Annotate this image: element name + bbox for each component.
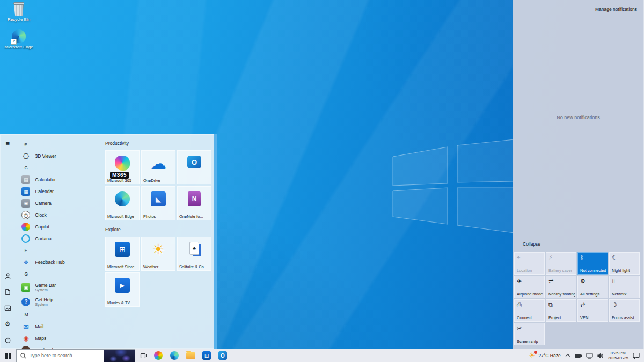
network-icon: ⌗ <box>612 278 637 284</box>
tile-microsoft-store[interactable]: Microsoft Store <box>105 237 140 271</box>
taskbar-clock[interactable]: 8:25 PM 2025-01-25 <box>608 351 628 361</box>
app-list-item-3d-viewer[interactable]: 3D Viewer <box>17 150 101 162</box>
app-list-item-feedback-hub[interactable]: Feedback Hub <box>17 256 101 268</box>
outlook-icon <box>218 351 227 360</box>
app-list-item-mail[interactable]: Mail <box>17 321 101 333</box>
start-menu-scrollbar[interactable] <box>214 134 217 349</box>
volume-icon[interactable] <box>597 353 604 359</box>
app-list-item-cortana[interactable]: Cortana <box>17 233 101 245</box>
quick-action-airplane-mode[interactable]: ✈Airplane mode <box>514 276 545 298</box>
tile-microsoft-365[interactable]: M365Microsoft 365 <box>105 150 140 184</box>
gear-icon: ⚙ <box>580 278 605 284</box>
battery-icon[interactable] <box>575 353 582 358</box>
tile-photos[interactable]: Photos <box>141 186 175 220</box>
tile-label: Weather <box>143 264 174 269</box>
taskbar-app-file-explorer[interactable] <box>182 349 199 362</box>
quick-action-vpn[interactable]: ⇄VPN <box>577 299 608 322</box>
app-list-item-maps[interactable]: Maps <box>17 333 101 344</box>
rail-button-power[interactable] <box>3 336 12 344</box>
tile-movies-tv[interactable]: Movies & TV <box>105 272 140 307</box>
quick-action-project[interactable]: ⧉Project <box>546 299 576 322</box>
quick-action-label: Screen snip <box>517 339 543 344</box>
app-list-item-copilot[interactable]: Copilot <box>17 221 101 233</box>
battery-saver-icon: ⚡ <box>548 254 574 261</box>
taskbar-search[interactable] <box>16 349 135 362</box>
quick-action-label: Location <box>517 268 543 273</box>
app-list-item-get-help[interactable]: Get HelpSystem <box>17 294 101 309</box>
file-explorer-icon <box>186 352 195 359</box>
tile-group-title-productivity[interactable]: Productivity <box>105 141 211 150</box>
tile-label: OneDrive <box>143 178 174 183</box>
app-sublabel: System <box>35 302 53 306</box>
collapse-link[interactable]: Collapse <box>523 241 640 247</box>
app-list-item-media-player[interactable]: Media Player <box>17 344 101 349</box>
rail-button-documents[interactable] <box>3 287 12 296</box>
tile-weather[interactable]: Weather <box>141 237 175 271</box>
manage-notifications-link[interactable]: Manage notifications <box>595 6 637 12</box>
camera-icon <box>21 199 30 208</box>
action-center-icon[interactable] <box>633 352 640 359</box>
quick-action-all-settings[interactable]: ⚙All settings <box>577 276 608 298</box>
desktop-icon-recycle-bin[interactable]: Recycle Bin <box>2 2 35 22</box>
tile-outlook[interactable] <box>177 150 211 184</box>
quick-action-location[interactable]: ⌖Location <box>514 252 545 275</box>
start-button[interactable] <box>0 349 16 362</box>
taskbar-app-microsoft-edge[interactable] <box>166 349 182 362</box>
app-label: Maps <box>35 336 46 341</box>
quick-action-night-light[interactable]: ☾Night light <box>609 252 640 275</box>
app-list-header-m[interactable]: M <box>17 309 101 321</box>
tile-grid-productivity: M365Microsoft 365OneDriveMicrosoft EdgeP… <box>105 150 211 220</box>
tile-label: Microsoft 365 <box>107 178 138 183</box>
tile-label: Solitaire & Ca... <box>179 264 210 269</box>
rail-button-menu[interactable]: ≡ <box>3 139 12 147</box>
taskbar-app-microsoft-store[interactable] <box>199 349 215 362</box>
quick-action-network[interactable]: ⌗Network <box>609 276 640 298</box>
rail-button-account[interactable] <box>3 271 12 280</box>
quick-action-battery-saver[interactable]: ⚡Battery saver <box>546 252 576 275</box>
tile-onenote[interactable]: OneNote fo... <box>177 186 211 220</box>
taskbar-app-copilot[interactable] <box>150 349 166 362</box>
quick-action-nearby-sharing[interactable]: ⇌Nearby sharing <box>546 276 576 298</box>
search-highlight-image[interactable] <box>104 350 135 362</box>
clock-date: 2025-01-25 <box>608 356 628 360</box>
desktop-icon-microsoft-edge[interactable]: Microsoft Edge <box>2 29 35 49</box>
quick-action-connect[interactable]: ⎙Connect <box>514 299 545 322</box>
hidden-icons-chevron[interactable] <box>565 353 570 358</box>
app-list-item-calendar[interactable]: Calendar <box>17 186 101 197</box>
quick-action-label: Connect <box>517 315 543 320</box>
app-list-item-clock[interactable]: Clock <box>17 209 101 221</box>
weather-widget[interactable]: ☀ 27°C Haze <box>529 352 560 359</box>
tile-grid-explore: Microsoft StoreWeatherSolitaire & Ca...M… <box>105 237 211 307</box>
tile-onedrive[interactable]: OneDrive <box>141 150 175 184</box>
tile-group-title-explore[interactable]: Explore <box>105 227 211 237</box>
app-list-header-g[interactable]: G <box>17 268 101 280</box>
start-menu: ≡⚙ #3D ViewerCCalculatorCalendarCameraCl… <box>0 134 217 349</box>
quick-action-screen-snip[interactable]: ✂Screen snip <box>514 323 545 345</box>
search-input[interactable] <box>30 353 101 358</box>
quick-action-focus-assist[interactable]: ☽Focus assist <box>609 299 640 322</box>
outlook-icon <box>187 156 201 168</box>
edge-icon <box>12 29 26 43</box>
network-icon[interactable] <box>586 353 593 359</box>
viewer3d-icon <box>21 152 30 160</box>
tile-solitaire[interactable]: Solitaire & Ca... <box>177 237 211 271</box>
rail-button-settings[interactable]: ⚙ <box>3 320 12 328</box>
clock-time: 8:25 PM <box>608 351 628 356</box>
start-menu-app-list: #3D ViewerCCalculatorCalendarCameraClock… <box>15 134 101 349</box>
app-list-item-calculator[interactable]: Calculator <box>17 174 101 186</box>
tile-microsoft-edge[interactable]: Microsoft Edge <box>105 186 140 220</box>
no-notifications-text: No new notifications <box>513 115 644 120</box>
quick-action-bluetooth[interactable]: ᛒNot connected <box>577 252 608 275</box>
app-label: Camera <box>35 201 51 206</box>
windows-logo <box>392 138 515 235</box>
app-list-item-camera[interactable]: Camera <box>17 197 101 209</box>
task-view-button[interactable] <box>135 349 150 362</box>
app-list-header-c[interactable]: C <box>17 162 101 174</box>
solitaire-icon <box>189 242 199 255</box>
app-list-header-#[interactable]: # <box>17 138 101 150</box>
taskbar-app-outlook[interactable] <box>215 349 231 362</box>
rail-button-pictures[interactable] <box>3 304 12 312</box>
app-list-header-f[interactable]: F <box>17 245 101 256</box>
microsoft-edge-icon <box>170 351 179 360</box>
app-list-item-game-bar[interactable]: Game BarSystem <box>17 280 101 294</box>
